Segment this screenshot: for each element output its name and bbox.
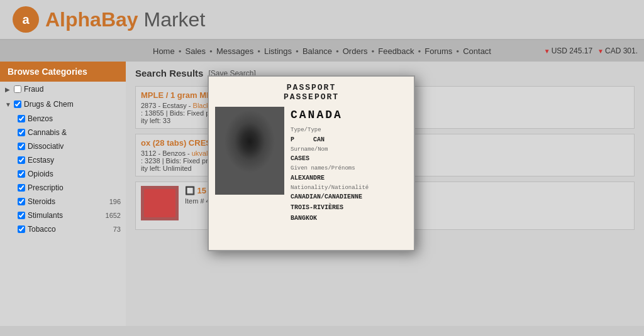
svg-rect-0 (215, 107, 284, 195)
tobacco-checkbox[interactable] (18, 225, 25, 233)
passport-nationality-value: CANADIAN/CANADIENNE (291, 192, 408, 202)
nav-listings[interactable]: Listings (260, 46, 296, 56)
passport-info: CANADA Type/Type P CAN Surname/Nom CASES… (291, 107, 408, 244)
nav-links: Home ● Sales ● Messages ● Listings ● Bal… (6, 46, 638, 56)
subcat-steroids[interactable]: Steroids 196 (0, 195, 126, 209)
steroids-checkbox[interactable] (18, 198, 25, 205)
cannabis-checkbox[interactable] (18, 129, 25, 136)
nav-messages[interactable]: Messages (213, 46, 257, 56)
passport-bangkok-field: BANGKOK (291, 214, 408, 223)
drugs-label: Drugs & Chem (24, 100, 121, 109)
passport-type-label: Type/Type (291, 126, 408, 135)
subcat-stimulants[interactable]: Stimulants 1652 (0, 209, 126, 222)
passport-surname-value: CASES (291, 154, 408, 163)
sidebar: Browse Categories ▶ Fraud ▼ Drugs & Chem… (0, 62, 126, 326)
svg-rect-5 (243, 170, 256, 179)
passport-body: CANADA Type/Type P CAN Surname/Nom CASES… (215, 107, 408, 244)
dissociatives-label: Dissociativ (28, 142, 121, 151)
passport-photo-svg (215, 107, 284, 195)
svg-point-1 (225, 166, 275, 195)
subcat-benzos[interactable]: Benzos (0, 112, 126, 126)
passport-surname-field: Surname/Nom CASES (291, 146, 408, 164)
nav-balance[interactable]: Balance (299, 46, 336, 56)
nav-feedback[interactable]: Feedback (374, 46, 418, 56)
cad-currency: ▼ CAD 301. (597, 46, 638, 55)
navbar: Home ● Sales ● Messages ● Listings ● Bal… (0, 40, 644, 62)
tobacco-count: 73 (113, 225, 121, 233)
nav-forums[interactable]: Forums (421, 46, 456, 56)
cad-value: CAD 301. (605, 46, 638, 55)
nav-home[interactable]: Home (149, 46, 179, 56)
passport-city-field: TROIS-RIVIÈRES (291, 203, 408, 212)
passport-surname-label: Surname/Nom (291, 146, 408, 154)
passport-bangkok-value: BANGKOK (291, 214, 408, 223)
passport-nationality-field: Nationality/Nationalité CANADIAN/CANADIE… (291, 184, 408, 202)
category-drugs[interactable]: ▼ Drugs & Chem (0, 97, 126, 112)
stimulants-checkbox[interactable] (18, 212, 25, 219)
passport-given-label: Given names/Prénoms (291, 165, 408, 173)
stimulants-label: Stimulants (28, 211, 103, 220)
benzos-checkbox[interactable] (18, 115, 25, 122)
steroids-label: Steroids (28, 197, 107, 206)
category-fraud[interactable]: ▶ Fraud (0, 82, 126, 97)
subcat-tobacco[interactable]: Tobacco 73 (0, 222, 126, 236)
subcat-opioids[interactable]: Opioids (0, 167, 126, 181)
site-title: AlphaBay Market (45, 8, 205, 31)
ecstasy-label: Ecstasy (28, 156, 121, 165)
fraud-label: Fraud (24, 85, 121, 94)
nav-contact[interactable]: Contact (459, 46, 495, 56)
svg-point-3 (232, 122, 267, 144)
passport-type-value: P CAN (291, 135, 408, 144)
subcat-prescriptions[interactable]: Prescriptio (0, 181, 126, 195)
passport-type-field: Type/Type P CAN (291, 126, 408, 144)
passport-header: PASSPORT PASSEPORT (215, 83, 408, 102)
passport-title-line2: PASSEPORT (215, 92, 408, 102)
passport-city-value: TROIS-RIVIÈRES (291, 203, 408, 212)
passport-overlay: PASSPORT PASSEPORT CANADA Type/Typ (208, 75, 415, 251)
cannabis-label: Cannabis & (28, 128, 121, 137)
canada-title: CANADA (291, 107, 408, 124)
svg-point-2 (232, 129, 267, 173)
subcat-ecstasy[interactable]: Ecstasy (0, 153, 126, 167)
usd-value: USD 245.17 (552, 46, 592, 55)
drugs-arrow-icon: ▼ (5, 101, 11, 108)
prescriptions-label: Prescriptio (28, 183, 121, 192)
subcat-dissociatives[interactable]: Dissociativ (0, 139, 126, 153)
ecstasy-checkbox[interactable] (18, 156, 25, 164)
site-header: a AlphaBay Market (0, 0, 644, 40)
passport-title-line1: PASSPORT (215, 83, 408, 92)
tobacco-label: Tobacco (28, 225, 111, 234)
benzos-label: Benzos (28, 114, 121, 123)
usd-arrow: ▼ (544, 48, 550, 55)
passport-given-value: ALEXANDRE (291, 173, 408, 183)
nav-sales[interactable]: Sales (182, 46, 210, 56)
logo-icon: a (13, 6, 39, 33)
search-results-title: Search Results (135, 68, 203, 79)
stimulants-count: 1652 (106, 212, 121, 219)
browse-categories-header: Browse Categories (0, 62, 126, 82)
fraud-arrow-icon: ▶ (5, 86, 11, 93)
site-name-market: Market (138, 8, 206, 31)
opioids-label: Opioids (28, 170, 121, 178)
nav-orders[interactable]: Orders (339, 46, 372, 56)
usd-currency: ▼ USD 245.17 (544, 46, 592, 55)
result-3-thumb-image (144, 189, 175, 217)
passport-photo (215, 107, 284, 195)
drugs-checkbox[interactable] (14, 100, 21, 108)
opioids-checkbox[interactable] (18, 170, 25, 178)
cad-arrow: ▼ (597, 48, 604, 55)
svg-rect-4 (234, 139, 265, 161)
site-name-alpha: AlphaBay (45, 8, 138, 31)
prescriptions-checkbox[interactable] (18, 184, 25, 192)
steroids-count: 196 (109, 198, 121, 205)
passport-nationality-label: Nationality/Nationalité (291, 184, 408, 193)
passport-given-field: Given names/Prénoms ALEXANDRE (291, 165, 408, 183)
nav-currency-area: ▼ USD 245.17 ▼ CAD 301. (544, 46, 638, 55)
dissociatives-checkbox[interactable] (18, 143, 25, 150)
subcat-cannabis[interactable]: Cannabis & (0, 126, 126, 139)
result-3-thumbnail (141, 186, 179, 220)
fraud-checkbox[interactable] (14, 85, 21, 93)
